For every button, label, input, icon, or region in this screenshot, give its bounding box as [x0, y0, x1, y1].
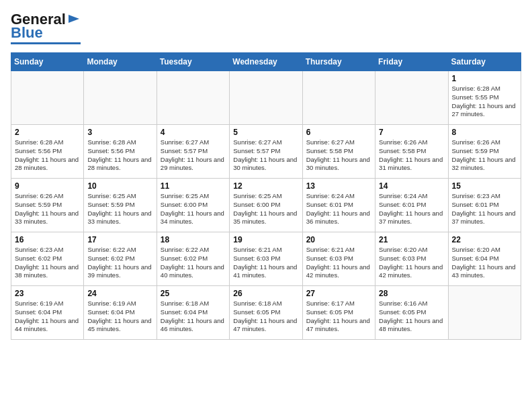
weekday-header-wednesday: Wednesday — [230, 53, 302, 71]
day-number: 20 — [306, 235, 371, 244]
day-number: 26 — [233, 289, 298, 298]
calendar-cell: 1Sunrise: 6:28 AM Sunset: 5:55 PM Daylig… — [448, 71, 521, 125]
day-number: 13 — [306, 181, 371, 191]
day-info: Sunrise: 6:21 AM Sunset: 6:03 PM Dayligh… — [233, 246, 298, 280]
day-info: Sunrise: 6:19 AM Sunset: 6:04 PM Dayligh… — [15, 300, 80, 334]
day-number: 7 — [379, 128, 444, 137]
calendar-cell: 12Sunrise: 6:25 AM Sunset: 6:00 PM Dayli… — [230, 179, 302, 232]
day-info: Sunrise: 6:28 AM Sunset: 5:56 PM Dayligh… — [15, 138, 80, 173]
calendar-cell — [375, 71, 448, 125]
day-info: Sunrise: 6:24 AM Sunset: 6:01 PM Dayligh… — [306, 192, 371, 226]
calendar-week-3: 9Sunrise: 6:26 AM Sunset: 5:59 PM Daylig… — [11, 179, 521, 232]
day-number: 14 — [379, 181, 444, 191]
calendar-week-1: 1Sunrise: 6:28 AM Sunset: 5:55 PM Daylig… — [11, 71, 521, 125]
calendar-cell — [157, 71, 229, 125]
day-info: Sunrise: 6:22 AM Sunset: 6:02 PM Dayligh… — [87, 246, 152, 280]
day-number: 15 — [452, 181, 517, 191]
calendar-cell: 25Sunrise: 6:18 AM Sunset: 6:04 PM Dayli… — [157, 286, 229, 340]
calendar-cell: 15Sunrise: 6:23 AM Sunset: 6:01 PM Dayli… — [448, 179, 521, 232]
day-number: 28 — [379, 289, 444, 298]
calendar-cell: 21Sunrise: 6:20 AM Sunset: 6:03 PM Dayli… — [375, 232, 448, 286]
day-info: Sunrise: 6:21 AM Sunset: 6:03 PM Dayligh… — [306, 246, 371, 280]
calendar-cell: 11Sunrise: 6:25 AM Sunset: 6:00 PM Dayli… — [157, 179, 229, 232]
calendar-cell: 13Sunrise: 6:24 AM Sunset: 6:01 PM Dayli… — [302, 179, 375, 232]
weekday-header-tuesday: Tuesday — [157, 53, 229, 71]
calendar-cell: 3Sunrise: 6:28 AM Sunset: 5:56 PM Daylig… — [84, 125, 157, 179]
day-info: Sunrise: 6:26 AM Sunset: 5:59 PM Dayligh… — [452, 138, 517, 173]
day-info: Sunrise: 6:27 AM Sunset: 5:58 PM Dayligh… — [306, 138, 371, 173]
weekday-header-saturday: Saturday — [448, 53, 521, 71]
day-number: 4 — [161, 128, 226, 137]
page-header: General Blue — [11, 11, 521, 44]
weekday-header-sunday: Sunday — [11, 53, 84, 71]
calendar-table: SundayMondayTuesdayWednesdayThursdayFrid… — [11, 52, 521, 340]
day-number: 22 — [452, 235, 517, 244]
calendar-cell — [230, 71, 302, 125]
day-number: 5 — [233, 128, 298, 137]
day-info: Sunrise: 6:28 AM Sunset: 5:56 PM Dayligh… — [87, 138, 152, 173]
calendar-week-5: 23Sunrise: 6:19 AM Sunset: 6:04 PM Dayli… — [11, 286, 521, 340]
calendar-cell: 16Sunrise: 6:23 AM Sunset: 6:02 PM Dayli… — [11, 232, 84, 286]
day-info: Sunrise: 6:26 AM Sunset: 5:58 PM Dayligh… — [379, 138, 444, 173]
day-info: Sunrise: 6:25 AM Sunset: 6:00 PM Dayligh… — [161, 192, 226, 226]
day-number: 6 — [306, 128, 371, 137]
weekday-header-friday: Friday — [375, 53, 448, 71]
calendar-cell: 4Sunrise: 6:27 AM Sunset: 5:57 PM Daylig… — [157, 125, 229, 179]
day-info: Sunrise: 6:25 AM Sunset: 6:00 PM Dayligh… — [233, 192, 298, 226]
day-info: Sunrise: 6:18 AM Sunset: 6:04 PM Dayligh… — [161, 300, 226, 334]
logo-underline — [11, 42, 81, 44]
day-info: Sunrise: 6:18 AM Sunset: 6:05 PM Dayligh… — [233, 300, 298, 334]
calendar-cell: 24Sunrise: 6:19 AM Sunset: 6:04 PM Dayli… — [84, 286, 157, 340]
day-number: 16 — [15, 235, 80, 244]
calendar-cell: 10Sunrise: 6:25 AM Sunset: 5:59 PM Dayli… — [84, 179, 157, 232]
day-info: Sunrise: 6:20 AM Sunset: 6:03 PM Dayligh… — [379, 246, 444, 280]
calendar-week-4: 16Sunrise: 6:23 AM Sunset: 6:02 PM Dayli… — [11, 232, 521, 286]
calendar-cell: 26Sunrise: 6:18 AM Sunset: 6:05 PM Dayli… — [230, 286, 302, 340]
calendar-cell: 9Sunrise: 6:26 AM Sunset: 5:59 PM Daylig… — [11, 179, 84, 232]
day-info: Sunrise: 6:23 AM Sunset: 6:01 PM Dayligh… — [452, 192, 517, 226]
day-info: Sunrise: 6:24 AM Sunset: 6:01 PM Dayligh… — [379, 192, 444, 226]
day-info: Sunrise: 6:16 AM Sunset: 6:05 PM Dayligh… — [379, 300, 444, 334]
day-info: Sunrise: 6:25 AM Sunset: 5:59 PM Dayligh… — [87, 192, 152, 226]
day-number: 12 — [233, 181, 298, 191]
calendar-cell: 18Sunrise: 6:22 AM Sunset: 6:02 PM Dayli… — [157, 232, 229, 286]
day-number: 1 — [452, 74, 517, 83]
weekday-header-monday: Monday — [84, 53, 157, 71]
calendar-cell: 28Sunrise: 6:16 AM Sunset: 6:05 PM Dayli… — [375, 286, 448, 340]
day-number: 18 — [161, 235, 226, 244]
calendar-cell — [11, 71, 84, 125]
calendar-header-row: SundayMondayTuesdayWednesdayThursdayFrid… — [11, 53, 521, 71]
calendar-cell — [84, 71, 157, 125]
day-number: 25 — [161, 289, 226, 298]
calendar-cell: 22Sunrise: 6:20 AM Sunset: 6:04 PM Dayli… — [448, 232, 521, 286]
logo-blue: Blue — [11, 24, 43, 42]
calendar-cell: 27Sunrise: 6:17 AM Sunset: 6:05 PM Dayli… — [302, 286, 375, 340]
day-number: 2 — [15, 128, 80, 137]
calendar-week-2: 2Sunrise: 6:28 AM Sunset: 5:56 PM Daylig… — [11, 125, 521, 179]
day-number: 10 — [87, 181, 152, 191]
day-info: Sunrise: 6:28 AM Sunset: 5:55 PM Dayligh… — [452, 85, 517, 119]
calendar-cell: 23Sunrise: 6:19 AM Sunset: 6:04 PM Dayli… — [11, 286, 84, 340]
day-info: Sunrise: 6:20 AM Sunset: 6:04 PM Dayligh… — [452, 246, 517, 280]
calendar-cell: 17Sunrise: 6:22 AM Sunset: 6:02 PM Dayli… — [84, 232, 157, 286]
day-number: 27 — [306, 289, 371, 298]
day-info: Sunrise: 6:23 AM Sunset: 6:02 PM Dayligh… — [15, 246, 80, 280]
logo: General Blue — [11, 11, 81, 44]
day-number: 19 — [233, 235, 298, 244]
svg-marker-0 — [69, 15, 79, 23]
weekday-header-thursday: Thursday — [302, 53, 375, 71]
day-info: Sunrise: 6:22 AM Sunset: 6:02 PM Dayligh… — [161, 246, 226, 280]
day-number: 21 — [379, 235, 444, 244]
logo-arrow-icon — [67, 12, 81, 26]
day-number: 17 — [87, 235, 152, 244]
calendar-cell: 19Sunrise: 6:21 AM Sunset: 6:03 PM Dayli… — [230, 232, 302, 286]
calendar-cell: 2Sunrise: 6:28 AM Sunset: 5:56 PM Daylig… — [11, 125, 84, 179]
calendar-cell: 7Sunrise: 6:26 AM Sunset: 5:58 PM Daylig… — [375, 125, 448, 179]
day-info: Sunrise: 6:19 AM Sunset: 6:04 PM Dayligh… — [87, 300, 152, 334]
day-info: Sunrise: 6:17 AM Sunset: 6:05 PM Dayligh… — [306, 300, 371, 334]
calendar-cell: 20Sunrise: 6:21 AM Sunset: 6:03 PM Dayli… — [302, 232, 375, 286]
day-number: 3 — [87, 128, 152, 137]
day-number: 9 — [15, 181, 80, 191]
day-number: 24 — [87, 289, 152, 298]
day-info: Sunrise: 6:27 AM Sunset: 5:57 PM Dayligh… — [233, 138, 298, 173]
